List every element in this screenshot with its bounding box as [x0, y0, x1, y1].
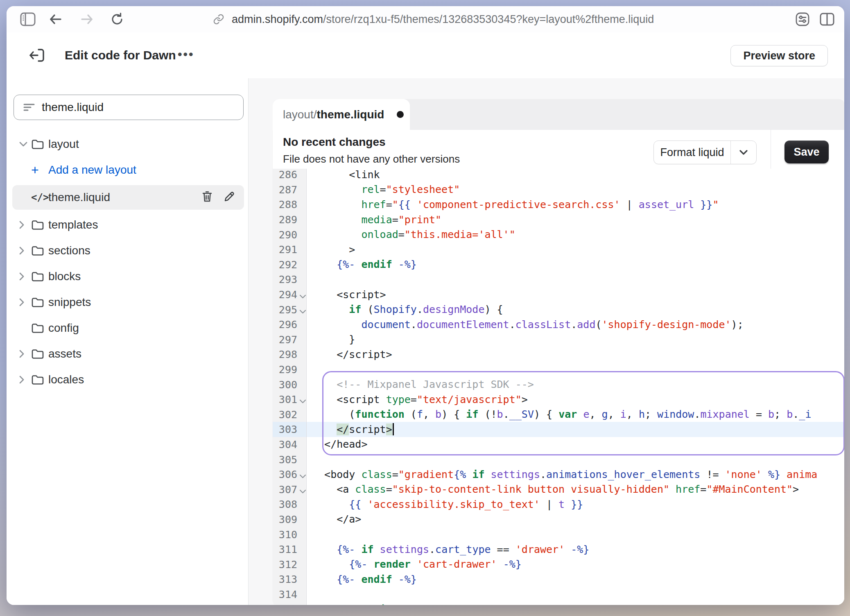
fold-toggle-icon[interactable]	[299, 469, 306, 481]
code-text[interactable]: {% sections 'header-group' %}	[307, 602, 844, 605]
fold-toggle-icon[interactable]	[299, 394, 306, 406]
reload-icon[interactable]	[108, 10, 126, 28]
code-line-304[interactable]: 304 </head>	[273, 437, 844, 452]
code-text[interactable]	[307, 587, 844, 602]
code-line-288[interactable]: 288 href="{{ 'component-predictive-searc…	[273, 197, 844, 212]
sidebar-item-add-a-new-layout[interactable]: +Add a new layout	[12, 159, 244, 181]
code-line-297[interactable]: 297 }	[273, 332, 844, 347]
code-text[interactable]: <link	[307, 169, 844, 182]
code-line-312[interactable]: 312 {%- render 'cart-drawer' -%}	[273, 557, 844, 572]
code-line-293[interactable]: 293	[273, 272, 844, 287]
sidebar-item-snippets[interactable]: snippets	[12, 292, 244, 313]
code-line-310[interactable]: 310	[273, 527, 844, 542]
sidebar-item-blocks[interactable]: blocks	[12, 266, 244, 287]
code-line-296[interactable]: 296 document.documentElement.classList.a…	[273, 317, 844, 332]
code-text[interactable]: media="print"	[307, 212, 844, 227]
sidebar-item-locales[interactable]: locales	[12, 369, 244, 390]
code-text[interactable]: {{ 'accessibility.skip_to_text' | t }}	[307, 497, 844, 512]
delete-file-icon[interactable]	[201, 190, 213, 204]
code-text[interactable]: <!-- Mixpanel Javascript SDK -->	[307, 377, 844, 392]
rename-file-icon[interactable]	[224, 191, 235, 204]
code-line-287[interactable]: 287 rel="stylesheet"	[273, 182, 844, 197]
tab-theme-liquid[interactable]: layout/theme.liquid	[273, 99, 410, 130]
code-text[interactable]: href="{{ 'component-predictive-search.cs…	[307, 197, 844, 212]
fold-toggle-icon[interactable]	[299, 485, 306, 496]
code-line-291[interactable]: 291 >	[273, 242, 844, 257]
code-text[interactable]: </script>	[307, 422, 844, 437]
code-text[interactable]: }	[307, 332, 844, 347]
code-line-290[interactable]: 290 onload="this.media='all'"	[273, 227, 844, 242]
format-liquid-button[interactable]: Format liquid	[653, 140, 757, 164]
chevron-down-icon[interactable]	[19, 141, 31, 147]
split-view-icon[interactable]	[818, 10, 836, 28]
address-bar[interactable]: admin.shopify.com/store/rzq1xu-f5/themes…	[213, 6, 654, 32]
fold-toggle-icon[interactable]	[299, 304, 306, 316]
code-line-286[interactable]: 286 <link	[273, 169, 844, 182]
code-line-306[interactable]: 306 <body class="gradient{% if settings.…	[273, 467, 844, 482]
forward-icon[interactable]	[78, 10, 96, 28]
chevron-right-icon[interactable]	[19, 375, 31, 384]
code-text[interactable]: </script>	[307, 347, 844, 362]
chevron-right-icon[interactable]	[19, 298, 31, 307]
save-button[interactable]: Save	[784, 140, 829, 163]
code-text[interactable]	[307, 452, 844, 467]
code-text[interactable]: <script>	[307, 287, 844, 302]
code-text[interactable]: if (Shopify.designMode) {	[307, 302, 844, 317]
chevron-right-icon[interactable]	[19, 220, 31, 229]
code-text[interactable]: <body class="gradient{% if settings.anim…	[307, 467, 844, 482]
back-icon[interactable]	[47, 10, 65, 28]
code-editor[interactable]: 286 <link287 rel="stylesheet"288 href="{…	[273, 169, 844, 605]
code-line-309[interactable]: 309 </a>	[273, 512, 844, 527]
code-line-311[interactable]: 311 {%- if settings.cart_type == 'drawer…	[273, 542, 844, 557]
code-line-303[interactable]: 303 </script>	[273, 422, 844, 437]
code-line-289[interactable]: 289 media="print"	[273, 212, 844, 227]
code-line-314[interactable]: 314	[273, 587, 844, 602]
code-text[interactable]: </head>	[307, 437, 844, 452]
fold-toggle-icon[interactable]	[299, 290, 306, 301]
code-text[interactable]: document.documentElement.classList.add('…	[307, 317, 844, 332]
chevron-right-icon[interactable]	[19, 272, 31, 281]
sidebar-item-layout[interactable]: layout	[12, 134, 244, 155]
code-text[interactable]: <script type="text/javascript">	[307, 392, 844, 407]
code-line-298[interactable]: 298 </script>	[273, 347, 844, 362]
extensions-icon[interactable]	[793, 10, 812, 28]
code-line-305[interactable]: 305	[273, 452, 844, 467]
sidebar-toggle-icon[interactable]	[19, 10, 37, 28]
code-text[interactable]: {%- render 'cart-drawer' -%}	[307, 557, 844, 572]
sidebar-item-sections[interactable]: sections	[12, 240, 244, 261]
chevron-down-icon[interactable]	[731, 141, 756, 164]
sidebar-item-templates[interactable]: templates	[12, 214, 244, 236]
chevron-right-icon[interactable]	[19, 246, 31, 255]
preview-store-button[interactable]: Preview store	[730, 45, 828, 66]
code-text[interactable]	[307, 527, 844, 542]
code-text[interactable]: onload="this.media='all'"	[307, 227, 844, 242]
file-search-input[interactable]: theme.liquid	[14, 95, 244, 120]
code-text[interactable]: {%- endif -%}	[307, 257, 844, 272]
code-text[interactable]: </a>	[307, 512, 844, 527]
code-line-307[interactable]: 307 <a class="skip-to-content-link butto…	[273, 482, 844, 497]
sidebar-item-theme-liquid[interactable]: </>theme.liquid	[12, 185, 244, 210]
exit-editor-icon[interactable]	[29, 47, 46, 65]
code-line-315[interactable]: 315 {% sections 'header-group' %}	[273, 602, 844, 605]
code-text[interactable]: {%- endif -%}	[307, 572, 844, 587]
sidebar-item-config[interactable]: config	[12, 317, 244, 339]
code-text[interactable]: (function (f, b) { if (!b.__SV) { var e,…	[307, 407, 844, 422]
code-line-308[interactable]: 308 {{ 'accessibility.skip_to_text' | t …	[273, 497, 844, 512]
code-line-294[interactable]: 294 <script>	[273, 287, 844, 302]
chevron-right-icon[interactable]	[19, 349, 31, 358]
code-line-300[interactable]: 300 <!-- Mixpanel Javascript SDK -->	[273, 377, 844, 392]
code-text[interactable]: rel="stylesheet"	[307, 182, 844, 197]
code-line-302[interactable]: 302 (function (f, b) { if (!b.__SV) { va…	[273, 407, 844, 422]
code-text[interactable]: {%- if settings.cart_type == 'drawer' -%…	[307, 542, 844, 557]
sidebar-item-assets[interactable]: assets	[12, 343, 244, 365]
code-line-313[interactable]: 313 {%- endif -%}	[273, 572, 844, 587]
code-line-299[interactable]: 299	[273, 362, 844, 377]
code-text[interactable]	[307, 272, 844, 287]
code-text[interactable]: <a class="skip-to-content-link button vi…	[307, 482, 844, 497]
code-line-292[interactable]: 292 {%- endif -%}	[273, 257, 844, 272]
code-text[interactable]	[307, 362, 844, 377]
more-actions-button[interactable]: •••	[178, 32, 194, 77]
code-text[interactable]: >	[307, 242, 844, 257]
code-line-301[interactable]: 301 <script type="text/javascript">	[273, 392, 844, 407]
code-line-295[interactable]: 295 if (Shopify.designMode) {	[273, 302, 844, 317]
